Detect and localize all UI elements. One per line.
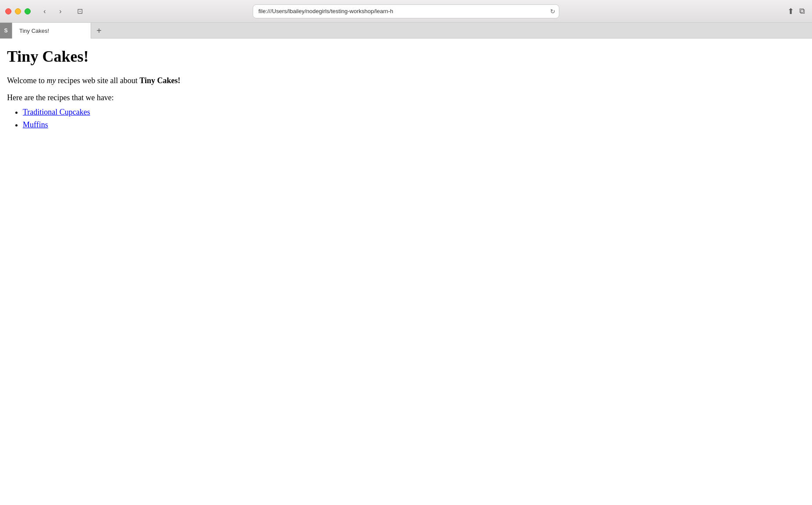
nav-buttons: ‹ › [38,5,67,18]
recipes-intro: Here are the recipes that we have: [7,93,805,102]
close-button[interactable] [5,8,11,14]
windows-button[interactable]: ⧉ [799,7,805,16]
traditional-cupcakes-link[interactable]: Traditional Cupcakes [23,108,90,116]
reload-button[interactable]: ↻ [550,8,555,15]
sidebar-toggle-button[interactable]: ⊡ [73,5,87,18]
browser-actions: ⬆ ⧉ [787,7,805,16]
address-bar-container: file:///Users/lbailey/nodegirls/testing-… [253,4,559,18]
maximize-button[interactable] [25,8,31,14]
page-content: Tiny Cakes! Welcome to my recipes web si… [0,39,812,505]
tab-item[interactable]: Tiny Cakes! [12,23,91,39]
tab-bar: S Tiny Cakes! + [0,23,812,39]
tab-favicon: S [0,23,12,39]
page-heading: Tiny Cakes! [7,47,805,66]
intro-bold: Tiny Cakes! [139,76,180,85]
forward-button[interactable]: › [53,5,67,18]
new-tab-button[interactable]: + [91,23,107,39]
recipes-list: Traditional Cupcakes Muffins [23,108,805,130]
intro-prefix: Welcome to [7,76,47,85]
list-item: Traditional Cupcakes [23,108,805,117]
back-button[interactable]: ‹ [38,5,52,18]
intro-italic: my [47,76,56,85]
title-bar: ‹ › ⊡ file:///Users/lbailey/nodegirls/te… [0,0,812,23]
page-intro: Welcome to my recipes web site all about… [7,76,805,85]
traffic-lights [5,8,31,14]
list-item: Muffins [23,120,805,130]
address-bar[interactable]: file:///Users/lbailey/nodegirls/testing-… [253,4,559,18]
browser-window: ‹ › ⊡ file:///Users/lbailey/nodegirls/te… [0,0,812,505]
share-button[interactable]: ⬆ [787,7,794,16]
address-text: file:///Users/lbailey/nodegirls/testing-… [258,8,543,14]
tab-title: Tiny Cakes! [19,28,84,34]
intro-middle: recipes web site all about [56,76,140,85]
muffins-link[interactable]: Muffins [23,120,48,129]
minimize-button[interactable] [15,8,21,14]
